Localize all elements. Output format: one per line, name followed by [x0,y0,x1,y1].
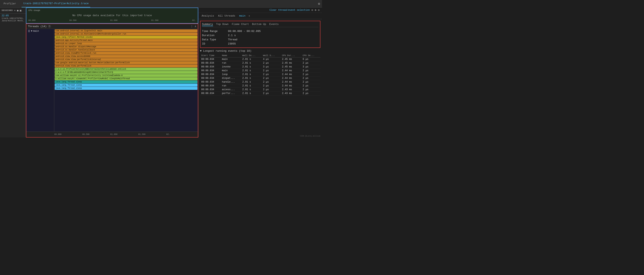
threads-help-icon[interactable]: ? [48,25,51,28]
summary-key-timerange: Time Range [202,30,228,33]
collapse-thread-icon[interactable]: ▼ [31,30,32,32]
layout-toggle-button[interactable]: ▣ [20,9,21,12]
table-cell: 2.01 s [241,61,262,65]
right-panel: Clear thread/event selection ⊖ ⊕ ⊙ Analy… [198,8,322,138]
summary-row-timerange: Time Range 00:00.000 - 00:02.095 [202,29,318,33]
table-cell: main [221,69,241,73]
zoom-in-icon[interactable]: ⊕ [314,8,316,12]
table-cell: 00:00.034 [200,65,221,69]
stack-frame[interactable]: android.view.View.access$3600 [55,55,198,58]
stack-frame[interactable]: android.app.ActivityThread.main [55,39,198,42]
threads-menu-icon[interactable]: ⋮ [190,25,193,28]
tab-main[interactable]: main [238,14,246,18]
ruler-mark-2: 00.500 [69,19,76,22]
table-cell: 2 μs [302,76,320,80]
table-cell: 2.45 ms [281,61,302,65]
table-cell: 2 μs [262,88,281,92]
add-session-button[interactable]: + [14,9,16,12]
table-cell: 2 μs [302,69,320,73]
table-cell: 2.43 ms [281,88,302,92]
bottom-ruler: 00.000 00.500 01.000 01.500 02. [54,133,170,136]
tab-profiler[interactable]: Profiler [2,0,18,8]
table-cell: 2 μs [262,73,281,76]
stack-frame[interactable]: android.os.Looper.loop [55,42,198,45]
table-cell: 2 μs [302,84,320,88]
table-cell: 2 μs [262,69,281,73]
stack-frame[interactable]: java.lang.Thread.sleep [55,84,198,86]
longest-running-section: ▼ Longest running events (top 10) Start … [198,50,322,134]
stack-frame[interactable]: android.view.View.performClick [55,64,198,68]
table-row[interactable]: 00:00.034main2.01 s4 μs2.45 ms6 μs [200,58,320,61]
left-sidebar: SESSIONS + ◼ ▣ 22:05 track-1661176701787… [0,8,26,138]
clear-thread-event-button[interactable]: Clear thread/event selection [270,9,310,12]
cpu-timeline-ruler: 00.000 00.500 01.000 01.500 02. [28,19,196,22]
table-cell: 2.01 s [241,92,262,96]
summary-tab-topdown[interactable]: Top Down [216,23,228,26]
stack-frame[interactable]: c.w.e.ui.ProfilerActivity$$ExternalSynth… [55,68,198,71]
session-type: Java/Kotlin Method Rec... [2,20,24,22]
stack-frame[interactable]: com.android.internal.os.ZygoteInit.main [55,29,198,32]
col-header-wall-du: Wall Du... [241,54,262,58]
table-row[interactable]: 00:00.034run2.01 s2 μs2.45 ms2 μs [200,61,320,65]
summary-tabs: Summary Top Down Flame Chart Bottom Up E… [202,23,318,27]
table-cell: 2.01 s [241,84,262,88]
table-row[interactable]: 00:00.034main2.01 s2 μs2.44 ms2 μs [200,69,320,73]
table-cell: 00:00.034 [200,69,221,73]
stack-frame[interactable]: c.william.easykt.viewmodel.ProfilerViewM… [55,77,198,80]
stack-frame[interactable]: java.lang.Thread.sleep [55,80,198,84]
table-row[interactable]: 00:00.034access...2.01 s2 μs2.43 ms2 μs [200,88,320,92]
summary-row-duration: Duration 2.1 s [202,33,318,38]
sessions-header: SESSIONS + ◼ ▣ [0,8,26,14]
col-header-name: Name [221,54,241,58]
stack-frame[interactable]: com.google.android.material.button.Mater… [55,61,198,64]
summary-tab-bottomup[interactable]: Bottom Up [252,23,266,26]
table-cell: run [221,61,241,65]
table-row[interactable]: 00:00.034invoke2.01 s3 μs2.45 ms3 μs [200,65,320,69]
table-cell: 00:00.034 [200,92,221,96]
tab-analysis[interactable]: Analysis [201,14,215,18]
session-name: track-1661176701787-Pr... [2,17,24,20]
stack-frame[interactable]: android.os.Handler.dispatchMessage [55,45,198,48]
table-cell: 4 μs [262,58,281,61]
stack-frame[interactable]: com.william.easykt.ui.ProfilerActivity.i… [55,74,198,77]
table-row[interactable]: 00:00.034handle...2.01 s2 μs2.44 ms2 μs [200,80,320,84]
table-header-row: Start Time Name Wall Du... Wall S... CPU… [200,54,320,58]
stop-session-button[interactable]: ◼ [17,9,18,12]
panel-settings-icon[interactable]: ⊙ [318,8,320,12]
stack-frame[interactable]: java.lang.Thread.sleep [55,87,198,90]
summary-value-datatype: Thread [228,38,237,41]
table-row[interactable]: 00:00.034perfor...2.01 s2 μs2.43 ms2 μs [200,92,320,96]
stack-frame[interactable]: android.view.View.performClickInternal [55,58,198,61]
stack-frame[interactable]: android.os.Handler.handleCallback [55,48,198,52]
stack-frame[interactable]: c.w.e.u.P.$r8$Lambda$649znqpNIibNA4z1X4w… [55,71,198,74]
table-cell: loop [221,73,241,76]
stack-frame[interactable]: java.lang.reflect.Method.invoke [55,36,198,39]
table-cell: 2 μs [262,92,281,96]
thread-label-main[interactable]: ☰ ▼ main [26,29,54,132]
summary-tab-events[interactable]: Events [269,23,279,26]
table-cell: 2.44 ms [281,69,302,73]
summary-key-duration: Duration [202,34,228,37]
tab-trace-file[interactable]: track-1661176701787-ProfilerActivity.tra… [22,0,90,8]
close-main-tab-button[interactable]: ✕ [248,14,250,17]
table-row[interactable]: 00:00.034run2.01 s2 μs2.44 ms2 μs [200,84,320,88]
stack-frame[interactable]: com.android.internal.os.RuntimeInit$Meth… [55,32,198,36]
summary-tab-flamechart[interactable]: Flame Chart [232,23,249,26]
threads-panel: Threads (14) ? ⋮ ∧ ☰ ▼ main com.android.… [26,24,198,138]
settings-icon[interactable]: ⚙ [318,2,320,6]
zoom-out-icon[interactable]: ⊖ [312,8,313,12]
threads-collapse-icon[interactable]: ∧ [195,25,196,28]
summary-tab-summary[interactable]: Summary [202,23,213,26]
summary-row-datatype: Data Type Thread [202,38,318,42]
table-cell: 2.01 s [241,76,262,80]
session-item[interactable]: 22:05 track-1661176701787-Pr... Java/Kot… [0,14,26,23]
table-cell: 2.44 ms [281,76,302,80]
cpu-no-data-message: No CPU usage data available for this imp… [28,12,196,18]
table-cell: 2.44 ms [281,80,302,84]
table-row[interactable]: 00:00.034loop2.01 s2 μs2.44 ms2 μs [200,73,320,76]
table-row[interactable]: 00:00.034dispat...2.01 s2 μs2.44 ms2 μs [200,76,320,80]
tab-all-threads[interactable]: All threads [217,14,236,18]
table-cell: perfor... [221,92,241,96]
table-cell: 2 μs [302,92,320,96]
stack-frame[interactable]: android.view.View$PerformClick.run [55,52,198,55]
